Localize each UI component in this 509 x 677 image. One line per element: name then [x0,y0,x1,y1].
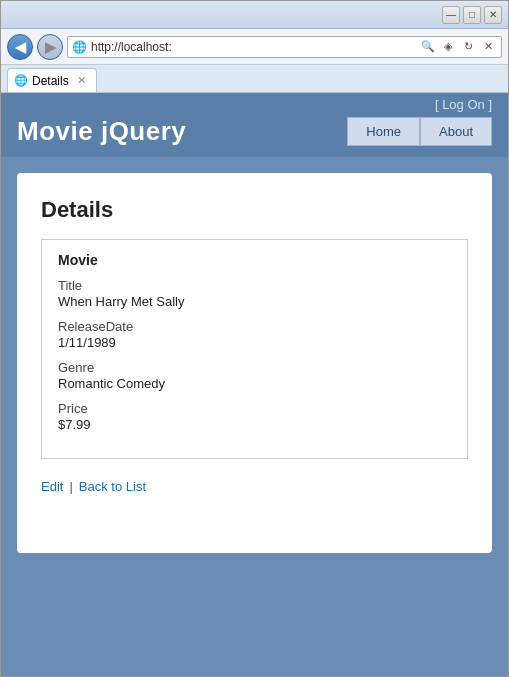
title-value: When Harry Met Sally [58,294,451,309]
app-title: Movie jQuery [17,116,186,147]
link-separator: | [69,479,72,494]
close-button[interactable]: ✕ [484,6,502,24]
movie-section-title: Movie [58,252,451,268]
tab-label: Details [32,74,69,88]
search-address-icon[interactable]: 🔍 [419,38,437,56]
about-nav-button[interactable]: About [420,117,492,146]
nav-buttons: Home About [347,117,492,146]
genre-value: Romantic Comedy [58,376,451,391]
refresh-icon[interactable]: ↻ [459,38,477,56]
app-header: [ Log On ] Movie jQuery Home About [1,93,508,157]
forward-icon: ▶ [45,39,56,55]
price-field: Price $7.99 [58,401,451,432]
title-field: Title When Harry Met Sally [58,278,451,309]
tab-bar: 🌐 Details ✕ [1,65,508,93]
release-date-label: ReleaseDate [58,319,451,334]
pin-icon[interactable]: ◈ [439,38,457,56]
home-nav-button[interactable]: Home [347,117,420,146]
minimize-button[interactable]: — [442,6,460,24]
title-label: Title [58,278,451,293]
tab-favicon: 🌐 [14,74,28,87]
address-input-wrap: 🌐 http://localhost: 🔍 ◈ ↻ ✕ [67,36,502,58]
main-content: Details Movie Title When Harry Met Sally… [1,157,508,676]
release-date-field: ReleaseDate 1/11/1989 [58,319,451,350]
browser-tab-details[interactable]: 🌐 Details ✕ [7,68,97,92]
address-bar: ◀ ▶ 🌐 http://localhost: 🔍 ◈ ↻ ✕ [1,29,508,65]
genre-field: Genre Romantic Comedy [58,360,451,391]
back-browser-button[interactable]: ◀ [7,34,33,60]
price-label: Price [58,401,451,416]
address-text[interactable]: http://localhost: [91,40,415,54]
price-value: $7.99 [58,417,451,432]
browser-window: — □ ✕ ◀ ▶ 🌐 http://localhost: 🔍 ◈ ↻ ✕ 🌐 … [0,0,509,677]
action-links: Edit | Back to List [41,479,468,494]
genre-label: Genre [58,360,451,375]
forward-browser-button[interactable]: ▶ [37,34,63,60]
tab-close-icon[interactable]: ✕ [77,74,86,87]
title-bar: — □ ✕ [1,1,508,29]
release-date-value: 1/11/1989 [58,335,451,350]
page-heading: Details [41,197,468,223]
edit-link[interactable]: Edit [41,479,63,494]
content-card: Details Movie Title When Harry Met Sally… [17,173,492,553]
back-to-list-link[interactable]: Back to List [79,479,146,494]
address-actions: 🔍 ◈ ↻ ✕ [419,38,497,56]
app-content: [ Log On ] Movie jQuery Home About Detai… [1,93,508,676]
app-header-top: [ Log On ] [17,93,492,116]
address-favicon: 🌐 [72,40,87,54]
maximize-button[interactable]: □ [463,6,481,24]
title-bar-buttons: — □ ✕ [442,6,502,24]
details-box: Movie Title When Harry Met Sally Release… [41,239,468,459]
stop-icon[interactable]: ✕ [479,38,497,56]
app-title-row: Movie jQuery Home About [17,116,492,157]
back-icon: ◀ [15,39,26,55]
log-on-link[interactable]: [ Log On ] [435,97,492,112]
